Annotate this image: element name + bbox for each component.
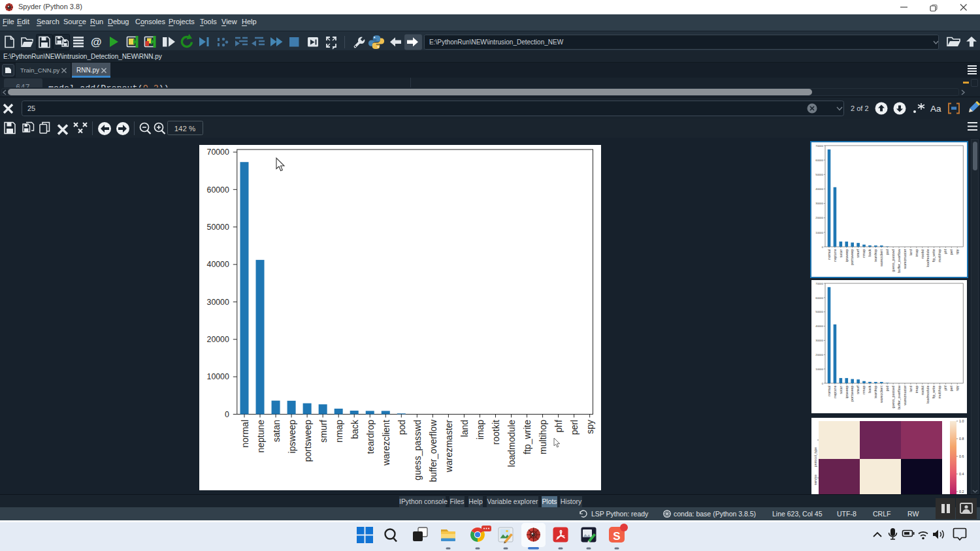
svg-text:LSP Python: ready: LSP Python: ready bbox=[591, 510, 649, 518]
svg-text:0.2: 0.2 bbox=[959, 490, 964, 494]
svg-text:25: 25 bbox=[27, 104, 35, 112]
svg-text:rootkit: rootkit bbox=[491, 420, 501, 445]
svg-text:ftp_write: ftp_write bbox=[522, 420, 532, 454]
svg-text:satan: satan bbox=[839, 385, 843, 394]
svg-text:land: land bbox=[909, 249, 913, 255]
svg-text:nmap: nmap bbox=[334, 420, 344, 443]
svg-text:protocol_type: protocol_type bbox=[813, 447, 817, 467]
svg-text:smurf: smurf bbox=[856, 385, 860, 394]
svg-text:warezclient: warezclient bbox=[381, 420, 391, 466]
svg-text:loadmodule: loadmodule bbox=[506, 420, 517, 467]
svg-text:30000: 30000 bbox=[815, 339, 823, 342]
svg-text:teardrop: teardrop bbox=[874, 385, 877, 398]
svg-text:70000: 70000 bbox=[815, 144, 823, 148]
svg-text:teardrop: teardrop bbox=[874, 249, 877, 262]
svg-text:60000: 60000 bbox=[815, 296, 823, 300]
svg-text:imap: imap bbox=[915, 249, 919, 257]
svg-text:multihop: multihop bbox=[538, 420, 548, 454]
svg-text:satan: satan bbox=[271, 420, 282, 442]
svg-text:buffer_overflow: buffer_overflow bbox=[428, 419, 438, 482]
svg-text:warezmaster: warezmaster bbox=[444, 420, 454, 473]
svg-text:service: service bbox=[813, 475, 817, 485]
svg-text:loadmodule: loadmodule bbox=[926, 249, 930, 266]
svg-text:0.4: 0.4 bbox=[959, 472, 964, 476]
svg-text:multihop: multihop bbox=[938, 385, 941, 398]
svg-text:0.6: 0.6 bbox=[959, 454, 964, 458]
svg-text:back: back bbox=[868, 385, 872, 393]
svg-text:land: land bbox=[909, 385, 913, 392]
svg-text:phf: phf bbox=[943, 249, 947, 254]
svg-text:warezclient: warezclient bbox=[879, 249, 883, 266]
svg-text:perl: perl bbox=[949, 249, 953, 255]
svg-text:Line 623, Col 45: Line 623, Col 45 bbox=[772, 510, 823, 518]
svg-text:pod: pod bbox=[885, 385, 889, 391]
svg-text:normal: normal bbox=[827, 386, 831, 396]
svg-text:warezmaster: warezmaster bbox=[903, 385, 907, 405]
svg-text:perl: perl bbox=[949, 386, 953, 392]
svg-text:10000: 10000 bbox=[815, 368, 823, 371]
svg-text:10000: 10000 bbox=[207, 372, 229, 381]
svg-text:back: back bbox=[350, 419, 360, 439]
svg-text:multihop: multihop bbox=[938, 249, 941, 262]
svg-text:spy: spy bbox=[955, 385, 959, 391]
svg-text:142 %: 142 % bbox=[174, 125, 196, 133]
svg-text:60000: 60000 bbox=[207, 185, 229, 195]
svg-text:guess_passwd: guess_passwd bbox=[891, 385, 895, 408]
svg-text:ipsweep: ipsweep bbox=[845, 385, 849, 398]
svg-text:pod: pod bbox=[397, 420, 407, 435]
svg-text:S: S bbox=[613, 530, 620, 543]
svg-text:portsweep: portsweep bbox=[850, 385, 854, 401]
svg-text:smurf: smurf bbox=[318, 420, 329, 443]
svg-text:buffer_overflow: buffer_overflow bbox=[897, 385, 901, 409]
svg-text:land: land bbox=[459, 420, 470, 437]
svg-text:1.0: 1.0 bbox=[959, 419, 964, 423]
svg-text:ipsweep: ipsweep bbox=[845, 249, 849, 261]
svg-text:warezclient: warezclient bbox=[879, 385, 883, 403]
svg-text:E:\PythonRun\NEW\intrusion_Det: E:\PythonRun\NEW\intrusion_Detection_NEW bbox=[429, 39, 564, 46]
svg-text:phf: phf bbox=[553, 420, 564, 433]
svg-text:ftp_write: ftp_write bbox=[932, 385, 936, 398]
svg-text:70000: 70000 bbox=[815, 282, 823, 285]
svg-text:portsweep: portsweep bbox=[850, 249, 854, 264]
svg-text:satan: satan bbox=[839, 249, 843, 257]
svg-text:20000: 20000 bbox=[207, 335, 229, 344]
svg-text:conda: base (Python 3.8.5): conda: base (Python 3.8.5) bbox=[674, 510, 756, 518]
svg-text:portsweep: portsweep bbox=[302, 420, 313, 462]
svg-text:nmap: nmap bbox=[862, 249, 866, 257]
svg-text:pod: pod bbox=[885, 249, 889, 255]
svg-text:40000: 40000 bbox=[815, 324, 823, 328]
svg-text:neptune: neptune bbox=[833, 249, 837, 261]
svg-text:60000: 60000 bbox=[815, 159, 823, 162]
svg-text:teardrop: teardrop bbox=[365, 420, 376, 454]
svg-text:loadmodule: loadmodule bbox=[926, 385, 930, 403]
svg-text:phf: phf bbox=[943, 385, 947, 390]
svg-text:RW: RW bbox=[907, 510, 919, 518]
svg-text:spy: spy bbox=[585, 420, 595, 434]
svg-text:Aa: Aa bbox=[930, 104, 941, 114]
svg-text:ftp_write: ftp_write bbox=[932, 249, 936, 262]
svg-text:20000: 20000 bbox=[815, 353, 823, 356]
svg-text:buffer_overflow: buffer_overflow bbox=[897, 249, 901, 272]
svg-text:back: back bbox=[868, 249, 872, 257]
svg-text:50000: 50000 bbox=[815, 310, 823, 313]
svg-text:ipsweep: ipsweep bbox=[287, 420, 297, 454]
svg-text:0: 0 bbox=[225, 410, 229, 419]
svg-text:spy: spy bbox=[955, 249, 959, 255]
svg-text:@: @ bbox=[91, 36, 102, 48]
svg-text:imap: imap bbox=[475, 420, 485, 440]
svg-text:30000: 30000 bbox=[207, 298, 229, 307]
svg-text:2 of 2: 2 of 2 bbox=[851, 104, 869, 112]
svg-text:normal: normal bbox=[827, 249, 831, 260]
svg-text:neptune: neptune bbox=[833, 385, 837, 398]
svg-text:guess_passwd: guess_passwd bbox=[891, 249, 895, 272]
svg-text:50000: 50000 bbox=[207, 223, 229, 232]
svg-text:70000: 70000 bbox=[207, 148, 229, 157]
svg-text:warezmaster: warezmaster bbox=[903, 249, 907, 269]
svg-text:nmap: nmap bbox=[862, 385, 866, 394]
svg-text:10000: 10000 bbox=[815, 231, 823, 234]
svg-text:neptune: neptune bbox=[255, 420, 266, 453]
svg-text:30000: 30000 bbox=[815, 202, 823, 205]
svg-text:40000: 40000 bbox=[207, 260, 229, 269]
svg-text:perl: perl bbox=[569, 420, 580, 435]
svg-text:rootkit: rootkit bbox=[921, 249, 924, 259]
